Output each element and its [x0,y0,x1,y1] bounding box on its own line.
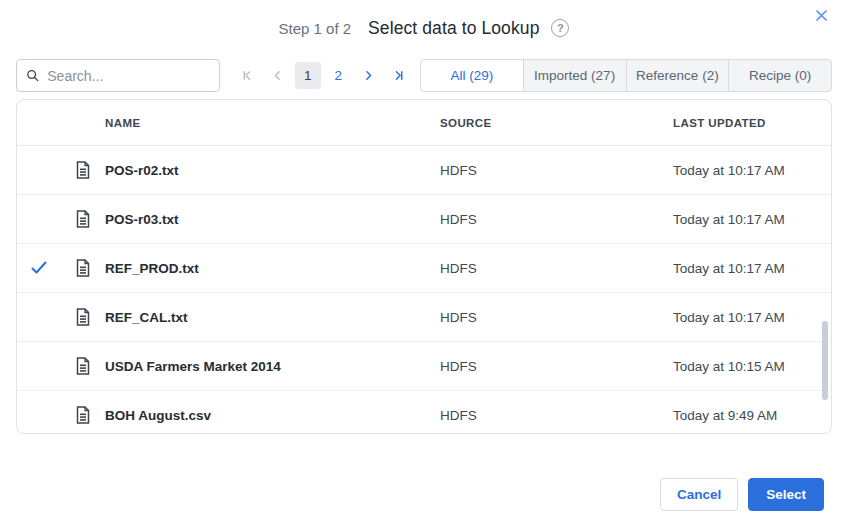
chevron-right-icon [362,69,375,82]
first-page-icon [241,69,254,82]
search-input[interactable] [47,68,210,84]
dataset-name: REF_PROD.txt [105,261,440,276]
dataset-source: HDFS [440,359,673,374]
last-page-icon [392,69,405,82]
dataset-table: NAME SOURCE LAST UPDATED POS-r02.txt HDF… [16,99,832,434]
dataset-source: HDFS [440,310,673,325]
column-header-name: NAME [105,117,440,129]
pagination: 1 2 [234,62,412,89]
data-file-icon [75,357,91,375]
tab-recipe[interactable]: Recipe (0) [728,59,832,92]
dialog-header: Step 1 of 2 Select data to Lookup ? [0,0,848,42]
dataset-name: REF_CAL.txt [105,310,440,325]
cancel-button[interactable]: Cancel [660,478,738,511]
dataset-name: BOH August.csv [105,408,440,423]
column-header-source: SOURCE [440,117,673,129]
close-button[interactable] [810,4,832,26]
tab-reference[interactable]: Reference (2) [626,59,730,92]
dataset-last-updated: Today at 10:17 AM [673,261,831,276]
first-page-button[interactable] [234,62,260,89]
dataset-last-updated: Today at 10:15 AM [673,359,831,374]
toolbar: 1 2 All (29) Imported (27) Reference (2)… [16,59,832,92]
chevron-left-icon [271,69,284,82]
select-button[interactable]: Select [748,478,824,511]
table-row[interactable]: REF_CAL.txt HDFS Today at 10:17 AM [17,293,831,342]
dataset-source: HDFS [440,408,673,423]
dataset-name: POS-r03.txt [105,212,440,227]
dialog-footer: Cancel Select [660,478,824,511]
next-page-button[interactable] [356,62,382,89]
table-row[interactable]: BOH August.csv HDFS Today at 9:49 AM [17,391,831,434]
table-row[interactable]: USDA Farmers Market 2014 HDFS Today at 1… [17,342,831,391]
search-box [16,59,220,92]
search-icon [26,68,39,83]
dataset-last-updated: Today at 10:17 AM [673,310,831,325]
table-scrollbar-thumb[interactable] [822,321,828,400]
data-file-icon [75,406,91,424]
dataset-source: HDFS [440,163,673,178]
dataset-source: HDFS [440,212,673,227]
data-file-icon [75,161,91,179]
filter-tabs: All (29) Imported (27) Reference (2) Rec… [420,59,832,92]
step-indicator: Step 1 of 2 [279,20,352,37]
data-file-icon [75,259,91,277]
table-row[interactable]: REF_PROD.txt HDFS Today at 10:17 AM [17,244,831,293]
last-page-button[interactable] [386,62,412,89]
tab-imported[interactable]: Imported (27) [523,59,627,92]
dataset-source: HDFS [440,261,673,276]
check-icon [31,261,47,275]
column-header-last-updated: LAST UPDATED [673,117,831,129]
tab-all[interactable]: All (29) [420,59,524,92]
data-file-icon [75,210,91,228]
dataset-last-updated: Today at 10:17 AM [673,212,831,227]
page-1-button[interactable]: 1 [295,62,321,89]
prev-page-button[interactable] [264,62,290,89]
dialog-title: Select data to Lookup [368,18,539,39]
dataset-last-updated: Today at 9:49 AM [673,408,831,423]
close-icon [814,8,829,23]
dataset-last-updated: Today at 10:17 AM [673,163,831,178]
table-row[interactable]: POS-r03.txt HDFS Today at 10:17 AM [17,195,831,244]
select-data-lookup-dialog: Step 1 of 2 Select data to Lookup ? [0,0,848,525]
help-icon[interactable]: ? [551,19,569,37]
data-file-icon [75,308,91,326]
table-row[interactable]: POS-r02.txt HDFS Today at 10:17 AM [17,146,831,195]
dataset-name: POS-r02.txt [105,163,440,178]
page-2-button[interactable]: 2 [325,62,351,89]
table-header-row: NAME SOURCE LAST UPDATED [17,100,831,146]
dataset-name: USDA Farmers Market 2014 [105,359,440,374]
